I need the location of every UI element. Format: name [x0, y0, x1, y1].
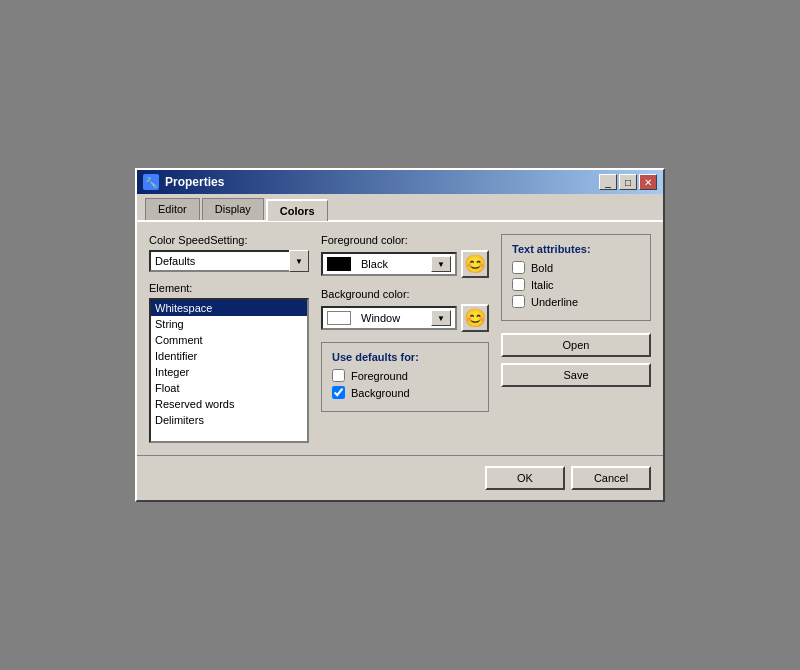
background-color-row: Window ▼ 😊	[321, 304, 489, 332]
foreground-color-name: Black	[357, 258, 425, 270]
bold-checkbox[interactable]	[512, 261, 525, 274]
color-speed-label: Color SpeedSetting:	[149, 234, 309, 246]
background-swatch	[327, 311, 351, 325]
list-item[interactable]: Identifier	[151, 348, 307, 364]
background-label: Background color:	[321, 288, 489, 300]
background-color-name: Window	[357, 312, 425, 324]
italic-row[interactable]: Italic	[512, 278, 640, 291]
bold-label: Bold	[531, 262, 553, 274]
tab-colors[interactable]: Colors	[266, 199, 328, 221]
color-speed-select[interactable]: Defaults	[149, 250, 309, 272]
foreground-default-row[interactable]: Foreground	[332, 369, 478, 382]
color-speed-select-wrapper: Defaults ▼	[149, 250, 309, 272]
tab-editor[interactable]: Editor	[145, 198, 200, 220]
list-item[interactable]: String	[151, 316, 307, 332]
underline-row[interactable]: Underline	[512, 295, 640, 308]
underline-label: Underline	[531, 296, 578, 308]
right-panel: Text attributes: Bold Italic Underline	[501, 234, 651, 443]
element-listbox[interactable]: Whitespace String Comment Identifier Int…	[149, 298, 309, 443]
list-item[interactable]: Comment	[151, 332, 307, 348]
use-defaults-title: Use defaults for:	[332, 351, 478, 363]
foreground-color-select[interactable]: Black ▼	[321, 252, 457, 276]
action-buttons: Open Save	[501, 333, 651, 387]
foreground-swatch	[327, 257, 351, 271]
tab-bar: Editor Display Colors	[137, 194, 663, 222]
background-color-select[interactable]: Window ▼	[321, 306, 457, 330]
open-button[interactable]: Open	[501, 333, 651, 357]
foreground-picker-button[interactable]: 😊	[461, 250, 489, 278]
list-item[interactable]: Reserved words	[151, 396, 307, 412]
bottom-bar: OK Cancel	[137, 455, 663, 500]
foreground-color-row: Black ▼ 😊	[321, 250, 489, 278]
properties-window: 🔧 Properties _ □ ✕ Editor Display Colors…	[135, 168, 665, 502]
foreground-label: Foreground color:	[321, 234, 489, 246]
window-title: Properties	[165, 175, 224, 189]
title-bar: 🔧 Properties _ □ ✕	[137, 170, 663, 194]
use-defaults-box: Use defaults for: Foreground Background	[321, 342, 489, 412]
tab-display[interactable]: Display	[202, 198, 264, 220]
italic-label: Italic	[531, 279, 554, 291]
list-item[interactable]: Float	[151, 380, 307, 396]
save-button[interactable]: Save	[501, 363, 651, 387]
text-attributes-box: Text attributes: Bold Italic Underline	[501, 234, 651, 321]
background-default-checkbox[interactable]	[332, 386, 345, 399]
foreground-default-checkbox[interactable]	[332, 369, 345, 382]
close-button[interactable]: ✕	[639, 174, 657, 190]
text-attributes-title: Text attributes:	[512, 243, 640, 255]
background-dropdown-arrow[interactable]: ▼	[431, 310, 451, 326]
middle-panel: Foreground color: Black ▼ 😊 Background c…	[321, 234, 489, 443]
underline-checkbox[interactable]	[512, 295, 525, 308]
window-icon: 🔧	[143, 174, 159, 190]
element-label: Element:	[149, 282, 309, 294]
background-default-row[interactable]: Background	[332, 386, 478, 399]
italic-checkbox[interactable]	[512, 278, 525, 291]
list-item[interactable]: Whitespace	[151, 300, 307, 316]
left-panel: Color SpeedSetting: Defaults ▼ Element: …	[149, 234, 309, 443]
tab-content: Color SpeedSetting: Defaults ▼ Element: …	[137, 222, 663, 455]
foreground-default-label: Foreground	[351, 370, 408, 382]
cancel-button[interactable]: Cancel	[571, 466, 651, 490]
maximize-button[interactable]: □	[619, 174, 637, 190]
bold-row[interactable]: Bold	[512, 261, 640, 274]
list-item[interactable]: Delimiters	[151, 412, 307, 428]
minimize-button[interactable]: _	[599, 174, 617, 190]
background-picker-button[interactable]: 😊	[461, 304, 489, 332]
background-default-label: Background	[351, 387, 410, 399]
main-layout: Color SpeedSetting: Defaults ▼ Element: …	[149, 234, 651, 443]
ok-button[interactable]: OK	[485, 466, 565, 490]
foreground-dropdown-arrow[interactable]: ▼	[431, 256, 451, 272]
list-item[interactable]: Integer	[151, 364, 307, 380]
